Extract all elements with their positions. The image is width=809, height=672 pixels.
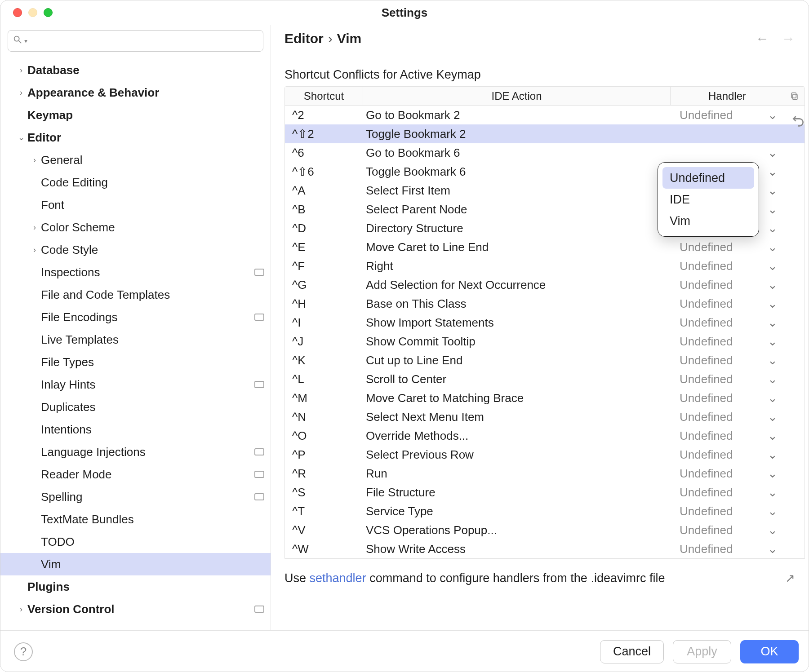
sidebar-item[interactable]: Inspections — [0, 261, 271, 283]
table-row[interactable]: ^HBase on This ClassUndefined⌄ — [285, 294, 805, 313]
sidebar-item[interactable]: Intentions — [0, 418, 271, 441]
cell-handler[interactable]: Undefined⌄ — [671, 108, 784, 122]
sidebar-item[interactable]: ›Color Scheme — [0, 216, 271, 239]
cell-handler[interactable]: Undefined⌄ — [671, 467, 784, 481]
scope-indicator-icon — [254, 606, 264, 613]
table-row[interactable]: ^6Go to Bookmark 6⌄ — [285, 143, 805, 162]
cell-shortcut: ^M — [285, 391, 363, 405]
sidebar-item[interactable]: ›General — [0, 149, 271, 171]
table-row[interactable]: ^EMove Caret to Line EndUndefined⌄ — [285, 238, 805, 256]
minimize-window-icon[interactable] — [28, 8, 37, 17]
cell-shortcut: ^J — [285, 335, 363, 349]
chevron-down-icon: ⌄ — [768, 523, 778, 537]
copy-icon[interactable] — [784, 87, 805, 105]
close-window-icon[interactable] — [13, 8, 22, 17]
cell-handler[interactable]: Undefined⌄ — [671, 354, 784, 367]
table-row[interactable]: ^LScroll to CenterUndefined⌄ — [285, 370, 805, 389]
sidebar-item[interactable]: Inlay Hints — [0, 373, 271, 396]
chevron-down-icon: ⌄ — [768, 203, 778, 217]
settings-search-input[interactable]: ▾ — [8, 30, 263, 52]
table-row[interactable]: ^KCut up to Line EndUndefined⌄ — [285, 351, 805, 370]
cell-handler[interactable]: Undefined⌄ — [671, 278, 784, 292]
undo-icon[interactable] — [791, 113, 805, 130]
handler-option-ide[interactable]: IDE — [662, 189, 754, 210]
chevron-right-icon: › — [15, 605, 27, 614]
sidebar-item[interactable]: Duplicates — [0, 396, 271, 418]
handler-option-vim[interactable]: Vim — [662, 210, 754, 232]
cell-handler[interactable]: Undefined⌄ — [671, 410, 784, 424]
table-row[interactable]: ^NSelect Next Menu ItemUndefined⌄ — [285, 407, 805, 426]
cell-handler[interactable]: Undefined⌄ — [671, 542, 784, 556]
table-row[interactable]: ^⇧2Toggle Bookmark 2 — [285, 124, 805, 143]
cell-handler[interactable]: Undefined⌄ — [671, 316, 784, 330]
sidebar-item[interactable]: Language Injections — [0, 441, 271, 463]
help-button[interactable]: ? — [14, 642, 33, 661]
handler-option-undefined[interactable]: Undefined — [662, 167, 754, 189]
chevron-down-icon: ⌄ — [768, 429, 778, 443]
cell-shortcut: ^G — [285, 278, 363, 292]
sidebar-item[interactable]: ›Version Control — [0, 598, 271, 620]
sidebar-item[interactable]: Spelling — [0, 486, 271, 508]
handler-dropdown[interactable]: Undefined IDE Vim — [658, 162, 759, 237]
cell-handler[interactable]: Undefined⌄ — [671, 429, 784, 443]
cell-handler[interactable]: Undefined⌄ — [671, 335, 784, 349]
sidebar-item[interactable]: TextMate Bundles — [0, 508, 271, 531]
table-row[interactable]: ^2Go to Bookmark 2Undefined⌄ — [285, 106, 805, 124]
ok-button[interactable]: OK — [740, 640, 799, 663]
cell-handler[interactable]: Undefined⌄ — [671, 523, 784, 537]
sidebar-item[interactable]: File Encodings — [0, 306, 271, 328]
table-row[interactable]: ^OOverride Methods...Undefined⌄ — [285, 426, 805, 445]
hint-command-link[interactable]: sethandler — [310, 571, 366, 585]
sidebar-item[interactable]: TODO — [0, 531, 271, 553]
cell-handler[interactable]: Undefined⌄ — [671, 240, 784, 254]
sidebar-item[interactable]: Vim — [0, 553, 271, 575]
cell-handler[interactable]: Undefined⌄ — [671, 372, 784, 386]
apply-button[interactable]: Apply — [673, 640, 731, 663]
cell-handler[interactable]: Undefined⌄ — [671, 504, 784, 518]
handler-value: Undefined — [680, 316, 733, 330]
handler-value: Undefined — [680, 108, 733, 122]
external-link-icon[interactable]: ↗ — [785, 571, 795, 585]
sidebar-item[interactable]: Plugins — [0, 575, 271, 598]
cell-handler[interactable]: Undefined⌄ — [671, 448, 784, 462]
table-row[interactable]: ^FRightUndefined⌄ — [285, 256, 805, 275]
sidebar-item[interactable]: ⌄Editor — [0, 126, 271, 149]
cancel-button[interactable]: Cancel — [600, 640, 664, 663]
nav-forward-icon[interactable]: → — [782, 31, 795, 46]
sidebar-item[interactable]: File and Code Templates — [0, 283, 271, 306]
zoom-window-icon[interactable] — [44, 8, 53, 17]
table-row[interactable]: ^PSelect Previous RowUndefined⌄ — [285, 445, 805, 464]
table-row[interactable]: ^WShow Write AccessUndefined⌄ — [285, 539, 805, 558]
sidebar-item[interactable]: ›Code Style — [0, 239, 271, 261]
handler-value: Undefined — [680, 448, 733, 462]
sidebar-item[interactable]: Code Editing — [0, 171, 271, 194]
sidebar-item[interactable]: ›Database — [0, 59, 271, 81]
table-row[interactable]: ^RRunUndefined⌄ — [285, 464, 805, 483]
handler-value: Undefined — [680, 410, 733, 424]
sidebar-item[interactable]: File Types — [0, 351, 271, 373]
sidebar-item-label: Duplicates — [41, 400, 264, 414]
breadcrumb-parent[interactable]: Editor — [284, 31, 324, 46]
table-row[interactable]: ^GAdd Selection for Next OccurrenceUndef… — [285, 275, 805, 294]
table-row[interactable]: ^SFile StructureUndefined⌄ — [285, 483, 805, 502]
sidebar-item[interactable]: ›Appearance & Behavior — [0, 81, 271, 104]
handler-value: Undefined — [680, 467, 733, 481]
cell-handler[interactable]: ⌄ — [671, 146, 784, 160]
sidebar: ▾ ›Database›Appearance & BehaviorKeymap⌄… — [0, 25, 271, 630]
sidebar-item[interactable]: Reader Mode — [0, 463, 271, 486]
settings-tree[interactable]: ›Database›Appearance & BehaviorKeymap⌄Ed… — [0, 56, 271, 630]
nav-back-icon[interactable]: ← — [756, 31, 769, 46]
table-row[interactable]: ^IShow Import StatementsUndefined⌄ — [285, 313, 805, 332]
table-row[interactable]: ^JShow Commit TooltipUndefined⌄ — [285, 332, 805, 351]
chevron-down-icon: ⌄ — [768, 316, 778, 330]
cell-handler[interactable]: Undefined⌄ — [671, 297, 784, 311]
sidebar-item[interactable]: Live Templates — [0, 328, 271, 351]
sidebar-item[interactable]: Keymap — [0, 104, 271, 126]
sidebar-item[interactable]: Font — [0, 194, 271, 216]
table-row[interactable]: ^TService TypeUndefined⌄ — [285, 502, 805, 521]
table-row[interactable]: ^VVCS Operations Popup...Undefined⌄ — [285, 521, 805, 539]
cell-handler[interactable]: Undefined⌄ — [671, 486, 784, 500]
cell-handler[interactable]: Undefined⌄ — [671, 259, 784, 273]
cell-handler[interactable]: Undefined⌄ — [671, 391, 784, 405]
table-row[interactable]: ^MMove Caret to Matching BraceUndefined⌄ — [285, 389, 805, 407]
